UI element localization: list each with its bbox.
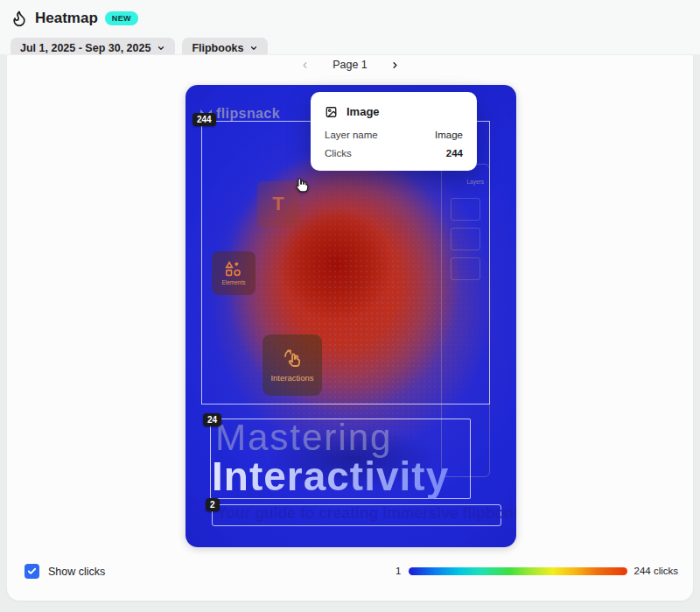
clicks-color-legend: 1 244 clicks — [396, 566, 678, 576]
date-range-label: Jul 1, 2025 - Sep 30, 2025 — [20, 42, 150, 54]
tooltip-title: Image — [346, 105, 380, 118]
tooltip-row: Layer name Image — [325, 130, 463, 140]
previous-page-button[interactable] — [298, 58, 312, 72]
interactions-label: Interactions — [270, 373, 313, 383]
tooltip-row-value: Image — [435, 130, 463, 140]
legend-min-value: 1 — [396, 566, 401, 576]
layers-label: Layers — [466, 179, 484, 185]
flipsnack-logo-text: flipsnack — [216, 106, 280, 122]
interaction-click-icon — [281, 348, 304, 369]
chevron-down-icon — [157, 44, 165, 53]
elements-label: Elements — [221, 279, 245, 285]
subtitle-clicks-badge: 2 — [206, 498, 220, 511]
image-icon — [325, 106, 338, 118]
next-page-button[interactable] — [388, 58, 402, 72]
page-title: Heatmap — [35, 10, 98, 27]
checkmark-icon — [27, 566, 37, 576]
tooltip-row-label: Layer name — [325, 130, 378, 140]
legend-gradient-bar — [409, 567, 627, 575]
page-navigation: Page 1 — [0, 57, 700, 73]
page-header: Heatmap NEW — [10, 10, 138, 27]
flipbook-title-line2: Interactivity — [212, 453, 449, 500]
show-clicks-toggle[interactable]: Show clicks — [24, 564, 105, 579]
chevron-down-icon — [249, 44, 258, 53]
elements-card: Elements — [212, 251, 256, 295]
hand-cursor-icon — [292, 175, 311, 194]
flame-icon — [10, 10, 28, 27]
layer-thumb — [451, 228, 480, 250]
shapes-icon — [225, 261, 242, 277]
tooltip-row: Clicks 244 — [325, 148, 463, 158]
legend-max-value: 244 clicks — [634, 566, 679, 576]
flipbook-subtitle: Your guide to creating immersive flipboo… — [217, 504, 506, 523]
show-clicks-checkbox[interactable] — [24, 564, 39, 579]
heatmap-app: Heatmap NEW Jul 1, 2025 - Sep 30, 2025 F… — [0, 0, 700, 612]
chevron-left-icon — [300, 60, 310, 70]
layer-thumb — [451, 198, 480, 221]
page-label: Page 1 — [332, 59, 368, 71]
tooltip-row-label: Clicks — [325, 148, 352, 158]
tooltip-row-value: 244 — [446, 148, 463, 158]
flipbooks-label: Flipbooks — [192, 42, 243, 54]
tooltip-header: Image — [325, 105, 463, 118]
new-badge: NEW — [105, 11, 138, 25]
text-tool-label: T — [272, 193, 284, 215]
show-clicks-label: Show clicks — [48, 566, 105, 578]
title-clicks-badge: 24 — [203, 413, 221, 426]
chevron-right-icon — [390, 60, 400, 70]
image-clicks-badge: 244 — [192, 113, 216, 126]
top-bar: Heatmap NEW Jul 1, 2025 - Sep 30, 2025 F… — [0, 0, 700, 54]
layer-thumb — [451, 257, 480, 280]
layer-tooltip: Image Layer name Image Clicks 244 — [311, 92, 477, 171]
interactions-card: Interactions — [262, 334, 322, 396]
